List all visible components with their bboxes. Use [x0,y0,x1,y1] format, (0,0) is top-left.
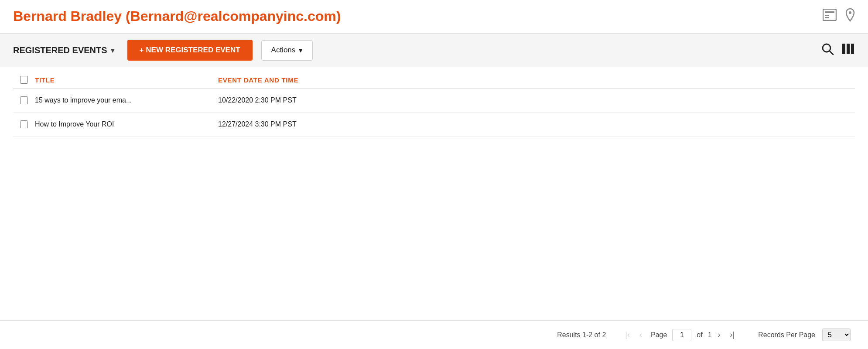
svg-point-4 [849,11,851,14]
svg-rect-0 [823,9,836,21]
svg-rect-7 [842,44,845,54]
header: Bernard Bradley (Bernard@realcompanyinc.… [0,0,868,34]
page-label: Page [651,331,667,339]
card-icon[interactable] [823,9,837,24]
select-all-checkbox[interactable] [20,76,28,84]
header-icons [823,8,855,25]
new-registered-event-button[interactable]: + NEW REGISTERED EVENT [127,40,253,61]
of-label: of [697,331,702,339]
section-title[interactable]: REGISTERED EVENTS ▾ [13,45,127,55]
toolbar: REGISTERED EVENTS ▾ + NEW REGISTERED EVE… [0,34,868,67]
row-date-1: 10/22/2020 2:30 PM PST [218,96,855,104]
actions-chevron: ▾ [299,46,303,55]
page-total: 1 [708,331,712,339]
row-date-2: 12/27/2024 3:30 PM PST [218,120,855,128]
first-page-button[interactable]: |‹ [622,328,633,341]
footer: Results 1-2 of 2 |‹ ‹ Page of 1 › ›| Rec… [0,320,868,349]
search-icon[interactable] [821,42,834,58]
pin-icon[interactable] [845,8,855,25]
next-page-button[interactable]: › [714,328,724,341]
table-container: TITLE EVENT DATE AND TIME 15 ways to imp… [0,67,868,137]
actions-button[interactable]: Actions ▾ [261,40,313,61]
svg-rect-9 [851,44,854,54]
section-chevron: ▾ [111,46,114,55]
col-header-title: TITLE [35,76,218,84]
table-header: TITLE EVENT DATE AND TIME [13,67,855,89]
svg-line-6 [830,51,833,55]
actions-label: Actions [271,46,296,55]
svg-rect-2 [825,15,829,16]
svg-rect-1 [825,11,834,13]
prev-page-button[interactable]: ‹ [636,328,646,341]
select-all-checkbox-cell[interactable] [13,76,35,84]
table-row: 15 ways to improve your ema... 10/22/202… [13,89,855,113]
columns-icon[interactable] [842,43,855,57]
row-title-1[interactable]: 15 ways to improve your ema... [35,96,218,104]
row-title-2[interactable]: How to Improve Your ROI [35,120,218,128]
table-row: How to Improve Your ROI 12/27/2024 3:30 … [13,113,855,137]
page-input[interactable] [672,329,691,341]
row-checkbox-cell-2[interactable] [13,120,35,128]
svg-rect-8 [847,44,850,54]
row-checkbox-2[interactable] [20,120,28,128]
pagination-nav: |‹ ‹ Page of 1 › ›| [622,328,738,341]
svg-rect-3 [825,17,829,18]
col-header-event-date: EVENT DATE AND TIME [218,76,855,84]
results-summary: Results 1-2 of 2 [557,331,606,339]
contact-title: Bernard Bradley (Bernard@realcompanyinc.… [13,8,341,24]
last-page-button[interactable]: ›| [727,328,738,341]
section-label: REGISTERED EVENTS [13,45,107,55]
row-checkbox-cell-1[interactable] [13,96,35,104]
row-checkbox-1[interactable] [20,96,28,104]
records-per-page-select[interactable]: 5 10 25 50 100 [822,328,851,341]
records-per-page-label: Records Per Page [758,331,815,339]
